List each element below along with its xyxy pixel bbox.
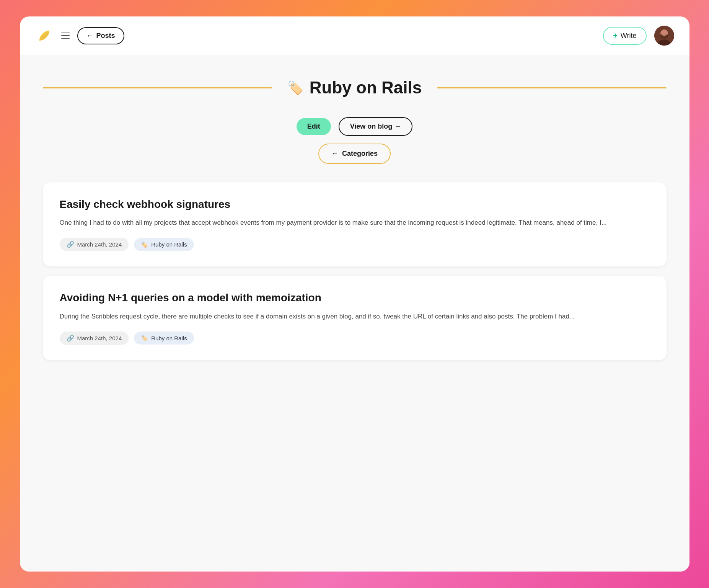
- categories-label: Categories: [342, 150, 378, 158]
- post-tag: Ruby on Rails: [151, 335, 187, 341]
- category-title-group: 🏷️ Ruby on Rails: [272, 78, 437, 97]
- main-content: 🏷️ Ruby on Rails Edit View on blog → ← C…: [20, 55, 689, 572]
- write-button[interactable]: + Write: [603, 27, 646, 45]
- date-badge: 🔗 March 24th, 2024: [60, 238, 129, 251]
- avatar[interactable]: [654, 26, 674, 46]
- avatar-image: [654, 26, 674, 46]
- posts-button[interactable]: ← Posts: [77, 27, 124, 44]
- post-title: Easily check webhook signatures: [60, 198, 650, 211]
- post-meta: 🔗 March 24th, 2024 🏷️ Ruby on Rails: [60, 238, 650, 251]
- view-blog-button[interactable]: View on blog →: [339, 117, 413, 136]
- date-badge: 🔗 March 24th, 2024: [60, 332, 129, 345]
- plus-icon: +: [613, 31, 618, 40]
- category-title: Ruby on Rails: [310, 78, 422, 97]
- menu-icon[interactable]: [60, 31, 71, 40]
- link-icon: 🔗: [67, 335, 74, 342]
- post-tag: Ruby on Rails: [151, 241, 187, 248]
- header: ← Posts + Write: [20, 16, 689, 55]
- post-card[interactable]: Avoiding N+1 queries on a model with mem…: [43, 276, 667, 360]
- logo: [35, 26, 54, 45]
- post-date: March 24th, 2024: [77, 241, 122, 248]
- post-title: Avoiding N+1 queries on a model with mem…: [60, 291, 650, 305]
- categories-section: ← Categories: [43, 144, 667, 164]
- tag-badge: 🏷️ Ruby on Rails: [134, 238, 194, 251]
- app-window: ← Posts + Write: [20, 16, 689, 572]
- category-line-left: [43, 87, 272, 88]
- write-label: Write: [621, 32, 637, 40]
- tag-icon: 🏷️: [287, 80, 303, 95]
- tag-badge: 🏷️ Ruby on Rails: [134, 332, 194, 345]
- categories-button[interactable]: ← Categories: [318, 144, 391, 164]
- tag-dot-icon: 🏷️: [141, 241, 148, 248]
- arrow-left-icon: ←: [86, 32, 93, 40]
- header-right: + Write: [603, 26, 674, 46]
- link-icon: 🔗: [67, 241, 74, 248]
- post-meta: 🔗 March 24th, 2024 🏷️ Ruby on Rails: [60, 332, 650, 345]
- header-left: ← Posts: [35, 26, 124, 45]
- category-line-right: [437, 87, 666, 88]
- action-buttons: Edit View on blog →: [43, 117, 667, 136]
- post-excerpt: During the Scribbles request cycle, ther…: [60, 311, 650, 322]
- post-date: March 24th, 2024: [77, 335, 122, 341]
- posts-label: Posts: [96, 32, 115, 40]
- post-card[interactable]: Easily check webhook signatures One thin…: [43, 182, 667, 266]
- posts-list: Easily check webhook signatures One thin…: [43, 182, 667, 360]
- category-header: 🏷️ Ruby on Rails: [43, 70, 667, 105]
- svg-point-5: [661, 29, 667, 36]
- tag-dot-icon: 🏷️: [141, 335, 148, 341]
- edit-button[interactable]: Edit: [297, 118, 331, 135]
- post-excerpt: One thing I had to do with all my projec…: [60, 217, 650, 229]
- arrow-left-icon: ←: [331, 150, 338, 158]
